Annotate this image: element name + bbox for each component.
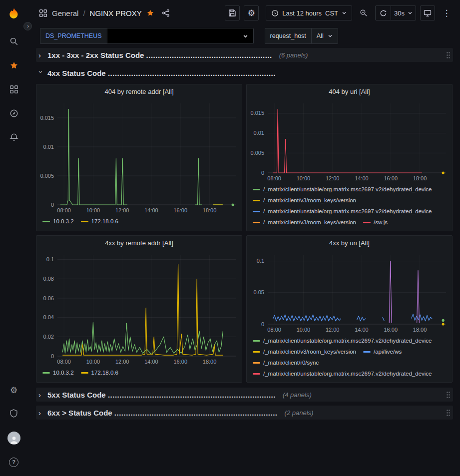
time-series-chart[interactable]: 00.020.040.060.080.108:0010:0012:0014:00… (36, 250, 242, 366)
svg-text:0.015: 0.015 (250, 110, 264, 116)
svg-text:0.08: 0.08 (43, 276, 54, 282)
time-range-picker[interactable]: Last 12 hours CST (266, 5, 352, 20)
legend-series-label: /_matrix/client/unstable/org.matrix.msc2… (263, 208, 432, 214)
legend-series-color (42, 221, 50, 222)
legend-item[interactable]: 10.0.3.2 (42, 370, 74, 376)
svg-text:18:00: 18:00 (203, 359, 217, 365)
sidebar-item-search[interactable] (4, 32, 24, 52)
svg-text:0.06: 0.06 (43, 295, 54, 301)
row-6xx[interactable]: › 6xx > Status Code ....................… (36, 406, 453, 420)
legend-series-color (363, 351, 371, 353)
refresh-interval-label: 30s (394, 9, 405, 17)
legend-series-color (363, 222, 371, 223)
legend-series-label: /_matrix/client/v3/room_keys/version (263, 197, 356, 203)
chart-legend: 10.0.3.2172.18.0.6 (36, 215, 242, 231)
time-series-chart[interactable]: 00.0050.010.01508:0010:0012:0014:0016:00… (36, 98, 242, 215)
kebab-icon: ⋮ (443, 9, 451, 17)
row-title: 5xx Status Code ........................… (47, 391, 276, 399)
kebab-menu-button[interactable]: ⋮ (439, 5, 454, 20)
share-icon[interactable] (162, 9, 170, 17)
chevron-right-icon: › (38, 391, 43, 399)
legend-item[interactable]: /_matrix/client/unstable/org.matrix.msc2… (253, 338, 432, 344)
refresh-icon (380, 9, 387, 17)
svg-text:10:00: 10:00 (297, 327, 311, 333)
row-1xx-3xx-2xx[interactable]: › 1xx - 3xx - 2xx Status Code ..........… (36, 48, 453, 62)
clock-icon (271, 9, 279, 17)
legend-item[interactable]: /sw.js (363, 219, 388, 225)
legend-item[interactable]: /_matrix/client/v3/room_keys/version (253, 349, 356, 355)
chevron-down-icon (342, 10, 347, 15)
legend-item[interactable]: /_matrix/client/unstable/org.matrix.msc2… (253, 186, 432, 192)
sidebar-expand-button[interactable]: › (23, 22, 32, 30)
svg-text:12:00: 12:00 (326, 175, 340, 181)
refresh-button[interactable] (376, 6, 391, 20)
legend-item[interactable]: /_matrix/client/v3/room_keys/version (253, 197, 356, 203)
legend-series-label: 172.18.0.6 (91, 370, 118, 376)
chevron-down-icon (408, 10, 413, 15)
gear-icon: ⚙ (10, 386, 17, 395)
drag-handle-icon[interactable] (446, 409, 451, 417)
legend-item[interactable]: /api/live/ws (363, 349, 402, 355)
row-title: 6xx > Status Code ......................… (47, 409, 278, 417)
sidebar-item-server-admin[interactable] (4, 404, 24, 424)
row-5xx[interactable]: › 5xx Status Code ......................… (36, 388, 453, 402)
dashboard-canvas: › 1xx - 3xx - 2xx Status Code ..........… (27, 46, 460, 476)
panel-title[interactable]: 4xx by remote addr [All] (36, 236, 242, 250)
drag-handle-icon[interactable] (446, 391, 451, 399)
svg-text:14:00: 14:00 (355, 175, 369, 181)
svg-text:12:00: 12:00 (115, 207, 129, 213)
dashboard-settings-button[interactable]: ⚙ (244, 5, 259, 20)
legend-item[interactable]: /_matrix/client/unstable/org.matrix.msc2… (253, 371, 432, 377)
breadcrumb-separator: / (83, 9, 85, 17)
legend-item[interactable]: 172.18.0.6 (81, 218, 118, 224)
svg-text:10:00: 10:00 (297, 175, 311, 181)
dashboard-title[interactable]: NGINX PROXY (90, 9, 142, 17)
chevron-right-icon: › (38, 409, 43, 417)
time-series-chart[interactable]: 00.050.108:0010:0012:0014:0016:0018:00 (247, 250, 452, 334)
sidebar-item-help[interactable]: ? (4, 452, 24, 472)
panel-title[interactable]: 404 by remote addr [All] (36, 84, 242, 98)
legend-series-color (253, 211, 260, 212)
legend-item[interactable]: 10.0.3.2 (42, 218, 74, 224)
sidebar-item-explore[interactable] (4, 104, 24, 124)
breadcrumb-folder[interactable]: General (52, 9, 78, 17)
row-panel-count: (4 panels) (283, 391, 312, 399)
legend-item[interactable]: 172.18.0.6 (81, 370, 118, 376)
variable-request-host-label[interactable]: request_host (265, 28, 312, 44)
sidebar-item-alerting[interactable] (4, 128, 24, 148)
svg-text:0.015: 0.015 (40, 115, 54, 121)
svg-text:12:00: 12:00 (115, 359, 129, 365)
panel-title[interactable]: 404 by uri [All] (247, 84, 452, 98)
save-dashboard-button[interactable] (225, 5, 240, 20)
svg-text:14:00: 14:00 (144, 207, 158, 213)
zoom-out-button[interactable] (356, 5, 371, 20)
row-4xx[interactable]: › 4xx Status Code ......................… (36, 66, 453, 80)
variable-ds-prometheus-label[interactable]: DS_PROMETHEUS (40, 28, 107, 44)
magnifier-minus-icon (360, 9, 368, 17)
tv-mode-button[interactable] (420, 5, 435, 20)
top-navbar: General / NGINX PROXY ⚙ (27, 0, 460, 26)
legend-item[interactable]: /_matrix/client/r0/sync (253, 360, 319, 366)
refresh-controls: 30s (375, 5, 416, 20)
legend-item[interactable]: /_matrix/client/v3/room_keys/version (253, 219, 356, 225)
refresh-interval-dropdown[interactable]: 30s (391, 6, 416, 20)
drag-handle-icon[interactable] (446, 51, 451, 59)
favorite-star-icon[interactable] (146, 9, 154, 17)
grafana-logo[interactable] (6, 4, 21, 26)
row-panel-count: (2 panels) (285, 409, 314, 417)
panel-title[interactable]: 4xx by uri [All] (247, 236, 452, 250)
chevron-down-icon (328, 33, 333, 38)
svg-text:0: 0 (51, 202, 54, 208)
variable-request-host-value[interactable]: All (312, 28, 338, 44)
svg-text:0: 0 (261, 170, 264, 176)
sidebar-item-configuration[interactable]: ⚙ (4, 380, 24, 400)
svg-text:0.05: 0.05 (254, 289, 264, 295)
apps-grid-icon[interactable] (39, 9, 47, 17)
sidebar-item-starred[interactable] (4, 56, 24, 76)
variable-ds-prometheus-value[interactable] (107, 28, 254, 44)
svg-text:12:00: 12:00 (326, 327, 340, 333)
time-series-chart[interactable]: 00.0050.010.01508:0010:0012:0014:0016:00… (247, 98, 452, 183)
legend-item[interactable]: /_matrix/client/unstable/org.matrix.msc2… (253, 208, 432, 214)
sidebar-item-profile[interactable] (4, 428, 24, 448)
sidebar-item-dashboards[interactable] (4, 80, 24, 100)
